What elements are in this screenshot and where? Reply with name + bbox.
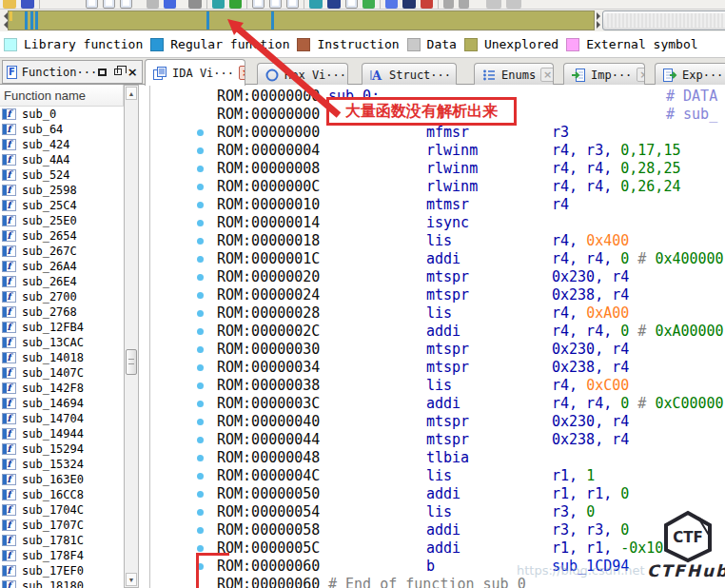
band-scroll-left-icon[interactable] bbox=[0, 12, 8, 20]
horizontal-scrollbar[interactable] bbox=[602, 10, 725, 30]
function-list-item[interactable]: fsub_64 bbox=[0, 122, 124, 137]
asm-operands[interactable]: r4, r4, 0 # 0xC00000 bbox=[552, 395, 724, 413]
asm-operands[interactable]: 0x230, r4 bbox=[552, 341, 629, 359]
function-list-item[interactable]: fsub_17EF0 bbox=[0, 563, 124, 578]
asm-line[interactable]: ROM:00000044mtspr0x238, r4 bbox=[150, 431, 725, 449]
asm-line[interactable]: ROM:00000054lisr3, 0 bbox=[150, 503, 725, 521]
asm-address[interactable]: ROM:00000024 bbox=[217, 286, 320, 304]
function-list-item[interactable]: fsub_25E0 bbox=[0, 213, 124, 228]
asm-address[interactable]: ROM:00000050 bbox=[217, 485, 320, 503]
asm-address[interactable]: ROM:00000000 bbox=[217, 106, 320, 124]
tab-close-icon[interactable]: × bbox=[540, 68, 554, 82]
asm-address[interactable]: ROM:0000002C bbox=[217, 323, 320, 341]
asm-line[interactable]: ROM:00000008rlwinmr4, r4, 0,28,25 bbox=[150, 160, 725, 178]
asm-line[interactable]: ROM:00000028lisr4, 0xA00 bbox=[150, 304, 725, 323]
asm-operands[interactable]: r4, 0xA00 bbox=[552, 304, 629, 323]
asm-address[interactable]: ROM:00000010 bbox=[217, 196, 320, 214]
asm-operands[interactable]: 0x230, r4 bbox=[552, 268, 629, 286]
function-list-item[interactable]: fsub_26A4 bbox=[0, 259, 124, 274]
asm-line[interactable]: ROM:00000058addir3, r3, 0 bbox=[150, 521, 725, 539]
tab-exp[interactable]: Exp···× bbox=[655, 63, 725, 86]
functions-panel-header[interactable]: F Function··· × bbox=[2, 60, 143, 84]
asm-mnemonic[interactable]: mtspr bbox=[426, 341, 469, 359]
asm-mnemonic[interactable]: addi bbox=[426, 323, 460, 341]
asm-xref-comment[interactable]: # sub_ bbox=[666, 106, 717, 124]
toolbar-icon-14[interactable] bbox=[212, 0, 225, 9]
asm-operands[interactable]: r4, 0xC00 bbox=[552, 377, 629, 395]
function-list-item[interactable]: fsub_15324 bbox=[0, 457, 124, 472]
toolbar-icon-9[interactable] bbox=[147, 0, 159, 9]
function-list-item[interactable]: fsub_26E4 bbox=[0, 274, 124, 289]
function-list-item[interactable]: fsub_163E0 bbox=[0, 472, 124, 487]
asm-line[interactable]: ROM:00000018lisr4, 0x400 bbox=[150, 232, 725, 250]
asm-mnemonic[interactable]: rlwinm bbox=[426, 178, 478, 196]
asm-mnemonic[interactable]: mtspr bbox=[426, 268, 469, 286]
asm-line[interactable]: ROM:0000001Caddir4, r4, 0 # 0x400000 bbox=[150, 250, 725, 268]
disassembly-view[interactable]: 大量函数没有解析出来 ROM:00000000sub_0:# DATAROM:0… bbox=[150, 85, 725, 588]
asm-line[interactable]: ROM:00000000mfmsrr3 bbox=[150, 124, 725, 142]
asm-address[interactable]: ROM:00000014 bbox=[217, 214, 320, 232]
function-name-column-header[interactable]: Function name bbox=[0, 85, 124, 107]
function-list-item[interactable]: fsub_1704C bbox=[0, 502, 124, 518]
close-button[interactable]: × bbox=[127, 66, 138, 79]
toolbar-icon-1[interactable] bbox=[3, 0, 16, 9]
toolbar-icon-24[interactable] bbox=[362, 0, 375, 9]
asm-address[interactable]: ROM:00000038 bbox=[217, 377, 320, 395]
function-list-item[interactable]: fsub_13CAC bbox=[0, 335, 124, 350]
toolbar-icon-26[interactable] bbox=[385, 0, 398, 9]
asm-address[interactable]: ROM:00000000 bbox=[217, 124, 320, 142]
function-list-item[interactable]: fsub_16CC8 bbox=[0, 487, 124, 502]
maximize-button[interactable] bbox=[97, 66, 108, 79]
asm-line[interactable]: ROM:00000004rlwinmr4, r3, 0,17,15 bbox=[150, 142, 725, 160]
asm-mnemonic[interactable]: lis bbox=[426, 467, 452, 485]
tab-close-icon[interactable]: × bbox=[637, 68, 645, 82]
restore-button[interactable] bbox=[112, 66, 124, 79]
asm-address[interactable]: ROM:0000003C bbox=[217, 395, 320, 413]
toolbar-icon-7[interactable] bbox=[120, 0, 132, 9]
asm-address[interactable]: ROM:0000005C bbox=[217, 539, 320, 558]
toolbar-icon-34[interactable] bbox=[506, 0, 521, 9]
asm-operands[interactable]: r4, 0x400 bbox=[552, 232, 629, 250]
asm-line[interactable]: ROM:00000020mtspr0x230, r4 bbox=[150, 268, 725, 286]
toolbar-icon-33[interactable] bbox=[486, 0, 501, 9]
asm-mnemonic[interactable]: mtspr bbox=[426, 359, 469, 377]
asm-address[interactable]: ROM:00000004 bbox=[217, 142, 320, 160]
tab-ida-vi[interactable]: IDA Vi···× bbox=[145, 59, 245, 86]
toolbar-icon-17[interactable] bbox=[252, 0, 265, 9]
tab-imp[interactable]: Imp···× bbox=[563, 63, 645, 86]
asm-line[interactable]: ROM:0000005Caddir1, r1, -0x10 bbox=[150, 539, 725, 558]
asm-address[interactable]: ROM:0000001C bbox=[217, 250, 320, 268]
asm-mnemonic[interactable]: isync bbox=[426, 214, 469, 232]
toolbar-icon-27[interactable] bbox=[402, 0, 416, 9]
function-list-item[interactable]: fsub_2654 bbox=[0, 228, 124, 244]
asm-address[interactable]: ROM:00000030 bbox=[217, 341, 320, 359]
toolbar-icon-30[interactable] bbox=[443, 0, 454, 9]
asm-mnemonic[interactable]: rlwinm bbox=[426, 160, 478, 178]
asm-mnemonic[interactable]: addi bbox=[426, 521, 460, 539]
scrollbar-thumb[interactable] bbox=[605, 13, 725, 28]
asm-operands[interactable]: r4, r4, 0 # 0x400000 bbox=[552, 250, 724, 268]
asm-line[interactable]: ROM:00000010mtmsrr4 bbox=[150, 196, 725, 214]
toolbar-icon-22[interactable] bbox=[327, 0, 341, 9]
asm-line[interactable]: ROM:00000048tlbia bbox=[150, 449, 725, 467]
toolbar-icon-2[interactable] bbox=[21, 0, 34, 9]
asm-address[interactable]: ROM:00000020 bbox=[217, 268, 320, 286]
asm-xref-comment[interactable]: # DATA bbox=[666, 88, 717, 106]
asm-operands[interactable]: 0x230, r4 bbox=[552, 413, 629, 431]
tab-enums[interactable]: Enums× bbox=[474, 63, 554, 86]
function-list-item[interactable]: fsub_12FB4 bbox=[0, 320, 124, 335]
asm-mnemonic[interactable]: addi bbox=[426, 250, 460, 268]
scroll-down-icon[interactable]: ▼ bbox=[126, 573, 137, 586]
asm-mnemonic[interactable]: mfmsr bbox=[426, 124, 469, 142]
asm-line[interactable]: ROM:00000014isync bbox=[150, 214, 725, 232]
asm-line[interactable]: ROM:0000000Crlwinmr4, r4, 0,26,24 bbox=[150, 178, 725, 196]
asm-mnemonic[interactable]: lis bbox=[426, 503, 452, 521]
function-list-item[interactable]: fsub_1781C bbox=[0, 533, 124, 548]
asm-address[interactable]: ROM:00000060 bbox=[217, 558, 320, 576]
toolbar-icon-28[interactable] bbox=[421, 0, 433, 9]
function-list-item[interactable]: fsub_14704 bbox=[0, 411, 124, 426]
asm-mnemonic[interactable]: mtmsr bbox=[426, 196, 469, 214]
scroll-up-icon[interactable]: ▲ bbox=[126, 87, 137, 100]
asm-line[interactable]: ROM:00000024mtspr0x238, r4 bbox=[150, 286, 725, 304]
asm-mnemonic[interactable]: mtspr bbox=[426, 413, 469, 431]
